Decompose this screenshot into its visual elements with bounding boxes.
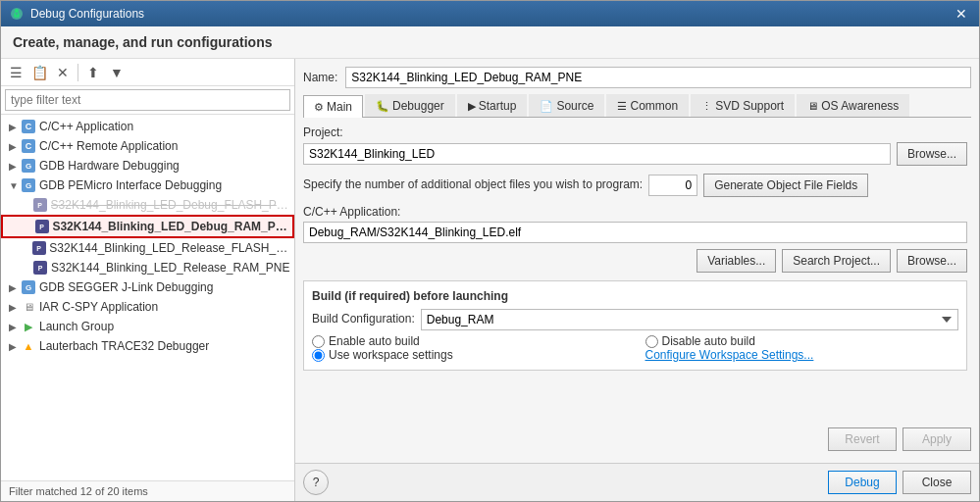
gdb-hardware-label: GDB Hardware Debugging <box>39 159 180 173</box>
tab-startup-label: Startup <box>479 99 517 113</box>
revert-apply-bar: Revert Apply <box>303 424 971 455</box>
cpp-app-label: C/C++ Application <box>39 120 133 133</box>
tree-item-gdb-pemicro[interactable]: ▼ G GDB PEMicro Interface Debugging <box>1 176 294 195</box>
new-config-button[interactable]: ☰ <box>5 62 26 83</box>
tabs-bar: ⚙ Main 🐛 Debugger ▶ Startup 📄 Source <box>303 94 971 118</box>
filter-button[interactable]: ▼ <box>106 62 128 83</box>
duplicate-button[interactable]: 📋 <box>28 62 50 83</box>
tree-arrow-cpp-app: ▶ <box>9 122 21 132</box>
project-input[interactable] <box>303 143 891 165</box>
svg-point-1 <box>15 9 19 13</box>
project-browse-button[interactable]: Browse... <box>897 142 967 166</box>
close-button[interactable]: Close <box>903 471 971 494</box>
tab-main[interactable]: ⚙ Main <box>303 95 363 118</box>
tree-item-launch-group[interactable]: ▶ ▶ Launch Group <box>1 317 294 336</box>
tree-item-gdb-segger[interactable]: ▶ G GDB SEGGER J-Link Debugging <box>1 277 294 297</box>
tree-arrow-launch: ▶ <box>9 322 21 332</box>
disable-auto-build-label: Disable auto build <box>662 334 755 348</box>
apply-button[interactable]: Apply <box>903 427 971 451</box>
cpp-remote-icon: C <box>21 138 36 154</box>
release-ram-pne-icon: P <box>32 260 48 276</box>
tab-content: Project: Browse... Specify the number of… <box>303 126 971 424</box>
name-input[interactable] <box>345 67 971 88</box>
search-project-button[interactable]: Search Project... <box>782 249 891 273</box>
tab-common-label: Common <box>630 99 678 113</box>
enable-auto-build-label: Enable auto build <box>329 334 420 348</box>
tree-item-release-flash-pne[interactable]: P S32K144_Blinking_LED_Release_FLASH_PNE <box>1 238 294 258</box>
tab-startup[interactable]: ▶ Startup <box>457 94 528 117</box>
iar-icon: 🖥 <box>21 299 36 315</box>
build-section: Build (if required) before launching Bui… <box>303 280 967 371</box>
window-title: Debug Configurations <box>30 7 946 21</box>
tab-svd-support[interactable]: ⋮ SVD Support <box>691 94 795 117</box>
tab-debugger[interactable]: 🐛 Debugger <box>365 94 455 117</box>
tab-svd-label: SVD Support <box>715 99 784 113</box>
main-tab-icon: ⚙ <box>314 101 324 114</box>
specify-num-input[interactable] <box>648 175 697 196</box>
cpp-app-icon: C <box>21 119 36 134</box>
flash-pne-icon: P <box>32 197 48 213</box>
use-workspace-radio[interactable] <box>312 349 325 362</box>
svd-tab-icon: ⋮ <box>701 100 712 113</box>
generate-btn[interactable]: Generate Object File Fields <box>703 174 868 197</box>
tab-common[interactable]: ☰ Common <box>606 94 689 117</box>
window-header: Create, manage, and run configurations <box>1 26 979 59</box>
tab-source[interactable]: 📄 Source <box>529 94 604 117</box>
build-config-select[interactable]: Debug_RAM Debug_FLASH Release_RAM Releas… <box>421 309 958 330</box>
source-tab-icon: 📄 <box>540 100 553 113</box>
tree-item-cpp-remote[interactable]: ▶ C C/C++ Remote Application <box>1 136 294 156</box>
window-close-button[interactable]: ✕ <box>952 6 971 22</box>
tree-item-gdb-hardware[interactable]: ▶ G GDB Hardware Debugging <box>1 156 294 176</box>
gdb-pemicro-label: GDB PEMicro Interface Debugging <box>39 178 222 192</box>
cpp-browse-button[interactable]: Browse... <box>897 249 967 273</box>
left-panel: ☰ 📋 ✕ ⬆ ▼ ▶ C C/C++ Application <box>1 59 295 501</box>
debug-button[interactable]: Debug <box>828 471 897 494</box>
use-workspace-row: Use workspace settings <box>312 348 626 362</box>
startup-tab-icon: ▶ <box>468 100 476 113</box>
window-icon <box>9 6 25 22</box>
config-tree: ▶ C C/C++ Application ▶ C C/C++ Remote A… <box>1 115 294 480</box>
left-toolbar: ☰ 📋 ✕ ⬆ ▼ <box>1 59 294 86</box>
debug-configurations-window: Debug Configurations ✕ Create, manage, a… <box>0 0 980 502</box>
tree-item-release-ram-pne[interactable]: P S32K144_Blinking_LED_Release_RAM_PNE <box>1 258 294 277</box>
header-subtitle: Create, manage, and run configurations <box>13 34 967 50</box>
tree-arrow-lauterbach: ▶ <box>9 341 21 352</box>
lauterbach-label: Lauterbach TRACE32 Debugger <box>39 339 209 353</box>
cpp-buttons-row: Variables... Search Project... Browse... <box>303 249 967 273</box>
collapse-button[interactable]: ⬆ <box>82 62 104 83</box>
tree-item-ram-pne[interactable]: P S32K144_Blinking_LED_Debug_RAM_PNE <box>1 215 294 238</box>
specify-label: Specify the number of additional object … <box>303 177 643 191</box>
tree-item-flash-pne[interactable]: P S32K144_Blinking_LED_Debug_FLASH_PNE <box>1 195 294 215</box>
use-workspace-label: Use workspace settings <box>329 348 453 362</box>
delete-button[interactable]: ✕ <box>52 62 74 83</box>
tree-item-iar[interactable]: ▶ 🖥 IAR C-SPY Application <box>1 297 294 317</box>
gdb-pemicro-icon: G <box>21 177 36 193</box>
configure-workspace-link[interactable]: Configure Workspace Settings... <box>645 348 814 362</box>
ram-pne-icon: P <box>34 219 50 234</box>
tree-arrow-cpp-remote: ▶ <box>9 141 21 152</box>
os-tab-icon: 🖥 <box>807 100 818 112</box>
project-section: Project: Browse... <box>303 126 967 166</box>
launch-label: Launch Group <box>39 320 114 333</box>
build-config-row: Build Configuration: Debug_RAM Debug_FLA… <box>312 309 958 330</box>
enable-auto-build-radio[interactable] <box>312 335 325 348</box>
disable-auto-build-radio[interactable] <box>645 335 658 348</box>
specify-section: Specify the number of additional object … <box>303 174 967 197</box>
help-button[interactable]: ? <box>303 470 329 495</box>
cpp-remote-label: C/C++ Remote Application <box>39 139 178 153</box>
build-right-col: Disable auto build Configure Workspace S… <box>645 334 959 362</box>
configure-workspace-row: Configure Workspace Settings... <box>645 348 959 362</box>
tree-item-cpp-app[interactable]: ▶ C C/C++ Application <box>1 117 294 136</box>
build-config-label: Build Configuration: <box>312 312 415 326</box>
filter-input[interactable] <box>5 89 290 111</box>
cpp-app-input[interactable] <box>303 222 967 243</box>
project-label: Project: <box>303 126 967 139</box>
tree-item-lauterbach[interactable]: ▶ ▲ Lauterbach TRACE32 Debugger <box>1 336 294 356</box>
segger-icon: G <box>21 279 36 295</box>
tab-os-label: OS Awareness <box>821 99 899 113</box>
tree-arrow-gdb-hardware: ▶ <box>9 161 21 172</box>
variables-button[interactable]: Variables... <box>696 249 776 273</box>
revert-button[interactable]: Revert <box>828 427 897 451</box>
filter-input-wrap <box>1 86 294 115</box>
tab-os-awareness[interactable]: 🖥 OS Awareness <box>797 94 909 117</box>
